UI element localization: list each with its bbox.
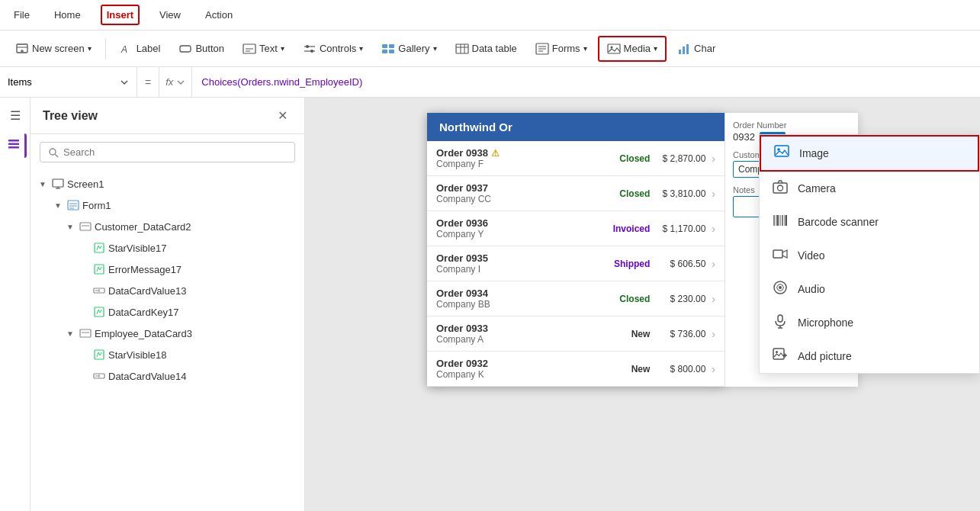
dropdown-item-microphone[interactable]: Microphone [760,306,979,339]
search-input[interactable] [63,146,287,158]
order-row-0932[interactable]: Order 0932 Company K New $ 800.00 › [427,352,725,387]
menu-file[interactable]: File [9,6,34,24]
order-status-0934: Closed [619,294,650,304]
tree-item-customer-dc2[interactable]: ▼ Customer_DataCard2 [31,216,304,237]
order-info-0938: Order 0938 ⚠ Company F [436,147,613,169]
order-row-0936[interactable]: Order 0936 Company Y Invoiced $ 1,170.00… [427,211,725,246]
svg-point-57 [777,148,780,151]
dropdown-item-video[interactable]: Video [760,239,979,272]
dropdown-item-audio[interactable]: Audio [760,272,979,306]
order-chevron-0932: › [712,363,715,375]
dropdown-label-microphone: Microphone [798,317,853,329]
audio-icon [772,280,789,298]
menu-action[interactable]: Action [201,6,237,24]
formula-input[interactable] [192,76,980,88]
sidebar-close-button[interactable]: ✕ [273,107,292,124]
canvas-area: Northwind Or Order 0938 ⚠ Company F Clos… [305,98,980,511]
order-row-0937[interactable]: Order 0937 Company CC Closed $ 3,810.00 … [427,176,725,211]
new-screen-chevron: ▾ [88,44,92,53]
tree-item-starvisible17[interactable]: ▶ StarVisible17 [31,237,304,259]
layers-icon[interactable] [3,133,27,158]
hamburger-icon[interactable]: ☰ [5,104,25,127]
tree-item-errormessage17[interactable]: ▶ ErrorMessage17 [31,259,304,280]
gallery-button[interactable]: Gallery ▾ [374,37,444,60]
svg-rect-29 [686,44,689,54]
datatable-icon [455,42,469,56]
svg-rect-30 [8,146,19,149]
formula-fx-area: fx [159,67,192,97]
label-icon: A [120,42,133,56]
form-icon [67,199,79,211]
svg-rect-31 [8,143,19,146]
label-button[interactable]: A Label [112,37,169,60]
tree-item-starvisible18[interactable]: ▶ StarVisible18 [31,344,304,365]
order-amount-0935: $ 606.50 [656,259,705,269]
svg-rect-25 [608,44,620,53]
app-header: Northwind Or [427,113,725,141]
add-picture-icon [772,347,789,365]
svg-rect-14 [389,44,394,48]
svg-rect-15 [382,50,387,53]
order-row-0938[interactable]: Order 0938 ⚠ Company F Closed $ 2,870.00… [427,141,725,176]
controls-chevron: ▾ [359,44,363,53]
dropdown-item-camera[interactable]: Camera [760,172,979,205]
tree-item-datacardvalue14[interactable]: ▶ DataCardValue14 [31,365,304,387]
dropdown-item-barcode[interactable]: Barcode scanner [760,205,979,239]
svg-point-69 [779,286,782,289]
order-row-0933[interactable]: Order 0933 Company A New $ 736.00 › [427,317,725,352]
order-status-0932: New [631,364,651,374]
order-amount-0934: $ 230.00 [656,294,705,304]
menu-insert[interactable]: Insert [101,5,140,25]
order-status-0933: New [631,329,651,339]
dropdown-item-image[interactable]: Image [760,135,979,172]
tree-label-employee-dc3: Employee_DataCard3 [95,328,192,339]
card-icon [79,220,92,233]
tree-item-datacardkey17[interactable]: ▶ DataCardKey17 [31,301,304,323]
media-button[interactable]: Media ▾ [598,36,667,62]
svg-point-10 [306,45,309,48]
screen-icon [52,178,64,190]
svg-rect-13 [382,44,387,48]
microphone-icon [772,313,789,332]
warning-icon-0938: ⚠ [491,148,500,159]
forms-button[interactable]: Forms ▾ [528,37,595,60]
svg-rect-50 [80,329,91,337]
order-chevron-0938: › [712,153,715,165]
svg-rect-56 [775,146,789,156]
controls-button[interactable]: Controls ▾ [295,37,371,60]
svg-rect-70 [778,315,782,322]
svg-rect-5 [180,46,191,52]
tree-label-starvisible17: StarVisible17 [108,243,166,254]
svg-rect-35 [53,179,63,187]
chart-icon [677,42,691,56]
tree-label-customer-dc2: Customer_DataCard2 [95,221,191,233]
button-button[interactable]: Button [171,37,232,60]
tree-item-employee-dc3[interactable]: ▼ Employee_DataCard3 [31,323,304,344]
tree-item-screen1[interactable]: ▼ Screen1 [31,173,304,194]
tree-label-datacardvalue13: DataCardValue13 [108,285,186,297]
svg-point-26 [610,46,612,48]
menu-home[interactable]: Home [50,6,85,24]
order-status-0935: Shipped [614,259,650,269]
datatable-button[interactable]: Data table [448,37,525,60]
search-icon [48,147,59,158]
formula-bar: Items = fx [0,67,980,98]
dropdown-item-add-picture[interactable]: Add picture [760,339,979,373]
menu-view[interactable]: View [155,6,185,24]
chart-button[interactable]: Char [670,37,723,60]
edit-icon-dck17 [93,306,105,318]
controls-icon [303,42,316,56]
tree-item-datacardvalue13[interactable]: ▶ DataCardValue13 [31,280,304,301]
new-screen-button[interactable]: New screen ▾ [8,37,99,60]
svg-point-76 [776,351,778,353]
formula-dropdown[interactable]: Items [0,67,137,97]
tree-item-form1[interactable]: ▼ Form1 [31,194,304,216]
order-amount-0937: $ 3,810.00 [656,188,705,199]
sidebar-title: Tree view [43,109,98,123]
barcode-icon [772,213,789,231]
svg-rect-27 [679,50,681,54]
order-row-0934[interactable]: Order 0934 Company BB Closed $ 230.00 › [427,281,725,317]
text-button[interactable]: Text ▾ [235,37,292,60]
gallery-chevron: ▾ [433,44,437,53]
order-row-0935[interactable]: Order 0935 Company I Shipped $ 606.50 › [427,246,725,281]
